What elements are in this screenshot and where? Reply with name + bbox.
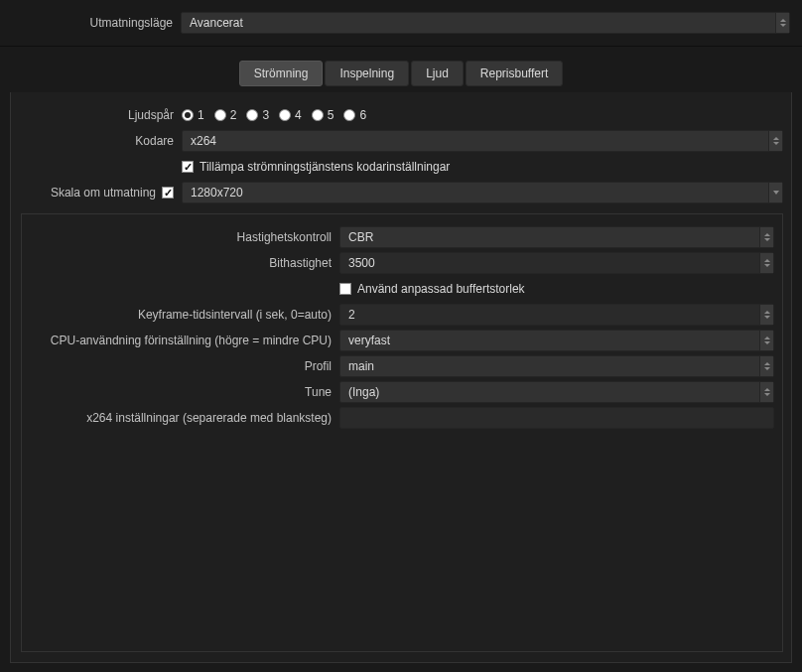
output-mode-bar: Utmatningsläge Avancerat: [0, 0, 802, 47]
tab-replay[interactable]: Reprisbuffert: [466, 61, 563, 86]
radio-icon: [214, 109, 226, 121]
keyframe-value: 2: [340, 308, 759, 322]
audio-track-group: 1 2 3 4 5 6: [182, 108, 783, 122]
encoder-settings-panel: Hastighetskontroll CBR Bithastighet 3500: [21, 213, 783, 652]
custom-buffer-checkbox[interactable]: Använd anpassad buffertstorlek: [339, 282, 774, 296]
bitrate-value: 3500: [340, 256, 759, 270]
rescale-value: 1280x720: [183, 186, 768, 200]
radio-icon: [182, 109, 194, 121]
output-mode-select[interactable]: Avancerat: [181, 12, 790, 34]
encoder-label: Kodare: [11, 134, 182, 148]
spinner-icon[interactable]: [775, 13, 789, 33]
audio-track-6[interactable]: 6: [343, 108, 366, 122]
radio-icon: [312, 109, 324, 121]
tab-audio[interactable]: Ljud: [411, 61, 464, 86]
encoder-value: x264: [183, 134, 768, 148]
radio-icon: [279, 109, 291, 121]
spinner-icon[interactable]: [759, 253, 773, 273]
spinner-icon[interactable]: [759, 331, 773, 350]
radio-label: 3: [262, 108, 269, 122]
radio-label: 6: [359, 108, 366, 122]
cpu-preset-value: veryfast: [340, 334, 759, 347]
spinner-icon[interactable]: [759, 356, 773, 376]
chevron-down-icon[interactable]: [768, 183, 782, 202]
audio-track-3[interactable]: 3: [246, 108, 269, 122]
x264-opts-input[interactable]: [339, 407, 774, 429]
streaming-panel: Ljudspår 1 2 3 4 5: [10, 92, 792, 663]
x264-opts-label: x264 inställningar (separerade med blank…: [22, 411, 339, 425]
tune-value: (Inga): [340, 385, 759, 399]
tab-streaming[interactable]: Strömning: [239, 61, 324, 86]
cpu-preset-label: CPU-användning förinställning (högre = m…: [22, 334, 339, 347]
audio-track-5[interactable]: 5: [312, 108, 334, 122]
audio-track-2[interactable]: 2: [214, 108, 237, 122]
checkbox-icon: [339, 283, 351, 295]
output-mode-value: Avancerat: [182, 16, 775, 30]
checkbox-icon: [182, 161, 194, 173]
custom-buffer-label: Använd anpassad buffertstorlek: [357, 282, 525, 296]
profile-value: main: [340, 359, 759, 373]
radio-label: 1: [198, 108, 204, 122]
audio-track-label: Ljudspår: [11, 108, 182, 122]
radio-icon: [343, 109, 355, 121]
rescale-label: Skala om utmatning: [51, 186, 156, 200]
spinner-icon[interactable]: [759, 227, 773, 247]
output-mode-label: Utmatningsläge: [10, 16, 181, 30]
profile-label: Profil: [22, 359, 339, 373]
radio-label: 4: [295, 108, 302, 122]
enforce-encoder-label: Tillämpa strömningstjänstens kodarinstäl…: [200, 160, 450, 174]
bitrate-label: Bithastighet: [22, 256, 339, 270]
rate-control-label: Hastighetskontroll: [22, 230, 339, 244]
radio-label: 2: [230, 108, 237, 122]
bitrate-input[interactable]: 3500: [339, 252, 774, 274]
radio-label: 5: [328, 108, 334, 122]
rescale-checkbox[interactable]: [162, 187, 174, 199]
spinner-icon[interactable]: [759, 382, 773, 402]
tab-recording[interactable]: Inspelning: [325, 61, 409, 86]
tune-label: Tune: [22, 385, 339, 399]
enforce-encoder-settings[interactable]: Tillämpa strömningstjänstens kodarinstäl…: [182, 160, 783, 174]
profile-select[interactable]: main: [339, 355, 774, 377]
rate-control-value: CBR: [340, 230, 759, 244]
encoder-select[interactable]: x264: [182, 130, 783, 152]
spinner-icon[interactable]: [759, 305, 773, 325]
cpu-preset-select[interactable]: veryfast: [339, 330, 774, 351]
rate-control-select[interactable]: CBR: [339, 226, 774, 248]
audio-track-1[interactable]: 1: [182, 108, 204, 122]
audio-track-4[interactable]: 4: [279, 108, 302, 122]
keyframe-input[interactable]: 2: [339, 304, 774, 326]
keyframe-label: Keyframe-tidsintervall (i sek, 0=auto): [22, 308, 339, 322]
tabs: Strömning Inspelning Ljud Reprisbuffert: [0, 61, 802, 86]
spinner-icon[interactable]: [768, 131, 782, 151]
radio-icon: [246, 109, 258, 121]
tune-select[interactable]: (Inga): [339, 381, 774, 403]
rescale-select[interactable]: 1280x720: [182, 182, 783, 203]
